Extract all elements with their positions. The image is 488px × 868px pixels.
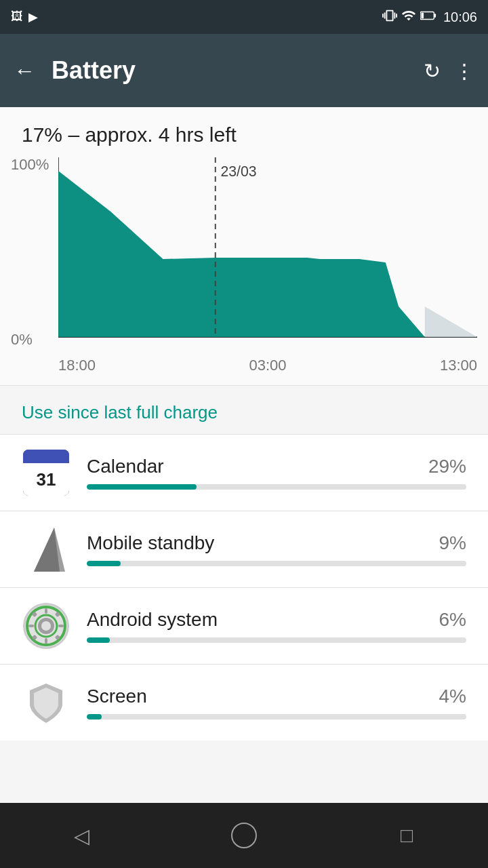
mobile-standby-progress-bar bbox=[87, 561, 466, 566]
app-item-calendar[interactable]: 31 Calendar 29% bbox=[0, 435, 488, 511]
more-options-button[interactable]: ⋮ bbox=[454, 59, 474, 83]
android-icon-svg bbox=[25, 605, 67, 647]
mobile-standby-app-name: Mobile standby bbox=[87, 532, 214, 554]
chart-x-label-03: 03:00 bbox=[249, 357, 286, 374]
svg-rect-16 bbox=[45, 638, 47, 644]
screen-icon bbox=[24, 681, 68, 724]
app-bar: ← Battery ↻ ⋮ bbox=[0, 34, 488, 107]
calendar-app-name: Calendar bbox=[87, 456, 164, 477]
screen-progress-bar bbox=[87, 714, 466, 719]
status-bar: 🖼 ▶ 10:06 bbox=[0, 0, 488, 34]
mobile-standby-icon-area bbox=[22, 525, 70, 574]
screen-app-info: Screen 4% bbox=[87, 686, 466, 719]
battery-chart-container: 100% 0% 23/03 18:00 03:00 13 bbox=[0, 157, 488, 385]
calendar-icon-area: 31 bbox=[22, 448, 70, 497]
status-left-icons: 🖼 ▶ bbox=[11, 9, 377, 24]
mobile-standby-name-row: Mobile standby 9% bbox=[87, 532, 466, 554]
screen-name-row: Screen 4% bbox=[87, 686, 466, 707]
status-right-icons: 10:06 bbox=[382, 8, 477, 26]
chart-svg-area: 23/03 bbox=[58, 157, 477, 347]
chart-y-label-bottom: 0% bbox=[11, 332, 49, 347]
svg-point-14 bbox=[41, 621, 51, 631]
calendar-icon-top bbox=[23, 450, 69, 463]
back-button[interactable]: ← bbox=[14, 58, 35, 83]
page-title: Battery bbox=[52, 56, 424, 85]
app-item-screen[interactable]: Screen 4% bbox=[0, 665, 488, 741]
screen-app-name: Screen bbox=[87, 686, 147, 707]
status-time: 10:06 bbox=[443, 9, 477, 25]
android-system-progress-bar bbox=[87, 637, 466, 643]
android-system-icon bbox=[23, 603, 69, 649]
vibrate-icon bbox=[382, 8, 397, 26]
back-nav-button[interactable]: ◁ bbox=[61, 815, 102, 856]
shop-icon: ▶ bbox=[28, 9, 38, 24]
mobile-standby-app-percent: 9% bbox=[439, 532, 466, 554]
home-nav-icon bbox=[231, 823, 257, 848]
recents-nav-icon: □ bbox=[401, 824, 413, 847]
svg-rect-17 bbox=[28, 625, 34, 627]
chart-y-labels: 100% 0% bbox=[11, 157, 49, 347]
back-nav-icon: ◁ bbox=[74, 824, 89, 848]
app-item-android-system[interactable]: Android system 6% bbox=[0, 588, 488, 664]
svg-rect-2 bbox=[421, 12, 424, 18]
calendar-progress-bar bbox=[87, 484, 466, 490]
recents-nav-button[interactable]: □ bbox=[386, 815, 427, 856]
mobile-standby-icon bbox=[27, 528, 65, 572]
svg-marker-6 bbox=[425, 307, 477, 337]
svg-text:23/03: 23/03 bbox=[220, 163, 256, 180]
photo-icon: 🖼 bbox=[11, 9, 23, 24]
android-system-progress-fill bbox=[87, 637, 110, 643]
calendar-name-row: Calendar 29% bbox=[87, 456, 466, 477]
bottom-navigation: ◁ □ bbox=[0, 803, 488, 868]
battery-status-text: 17% – approx. 4 hrs left bbox=[0, 107, 488, 157]
app-item-mobile-standby[interactable]: Mobile standby 9% bbox=[0, 511, 488, 587]
android-system-app-info: Android system 6% bbox=[87, 609, 466, 643]
screen-icon-area bbox=[22, 678, 70, 727]
signal-icon bbox=[401, 8, 416, 26]
chart-y-label-top: 100% bbox=[11, 157, 49, 172]
section-header: Use since last full charge bbox=[0, 386, 488, 434]
calendar-icon: 31 bbox=[23, 450, 69, 496]
svg-rect-1 bbox=[434, 14, 436, 18]
svg-rect-18 bbox=[58, 625, 64, 627]
home-nav-button[interactable] bbox=[224, 815, 264, 856]
screen-progress-fill bbox=[87, 714, 102, 719]
chart-x-label-18: 18:00 bbox=[58, 357, 96, 374]
chart-x-label-13: 13:00 bbox=[440, 357, 477, 374]
calendar-progress-fill bbox=[87, 484, 197, 490]
svg-rect-15 bbox=[45, 608, 47, 614]
mobile-standby-progress-fill bbox=[87, 561, 121, 566]
android-system-name-row: Android system 6% bbox=[87, 609, 466, 631]
refresh-button[interactable]: ↻ bbox=[424, 59, 441, 83]
app-bar-actions: ↻ ⋮ bbox=[424, 59, 474, 83]
battery-icon bbox=[420, 10, 436, 24]
android-system-app-percent: 6% bbox=[439, 609, 466, 631]
svg-marker-5 bbox=[58, 171, 425, 337]
mobile-standby-app-info: Mobile standby 9% bbox=[87, 532, 466, 566]
screen-app-percent: 4% bbox=[439, 686, 466, 707]
calendar-app-percent: 29% bbox=[428, 456, 466, 477]
calendar-app-info: Calendar 29% bbox=[87, 456, 466, 490]
battery-chart: 100% 0% 23/03 18:00 03:00 13 bbox=[11, 157, 477, 374]
android-system-icon-area bbox=[22, 601, 70, 650]
android-system-app-name: Android system bbox=[87, 609, 218, 631]
chart-x-labels: 18:00 03:00 13:00 bbox=[58, 357, 477, 374]
calendar-icon-body: 31 bbox=[23, 463, 69, 496]
